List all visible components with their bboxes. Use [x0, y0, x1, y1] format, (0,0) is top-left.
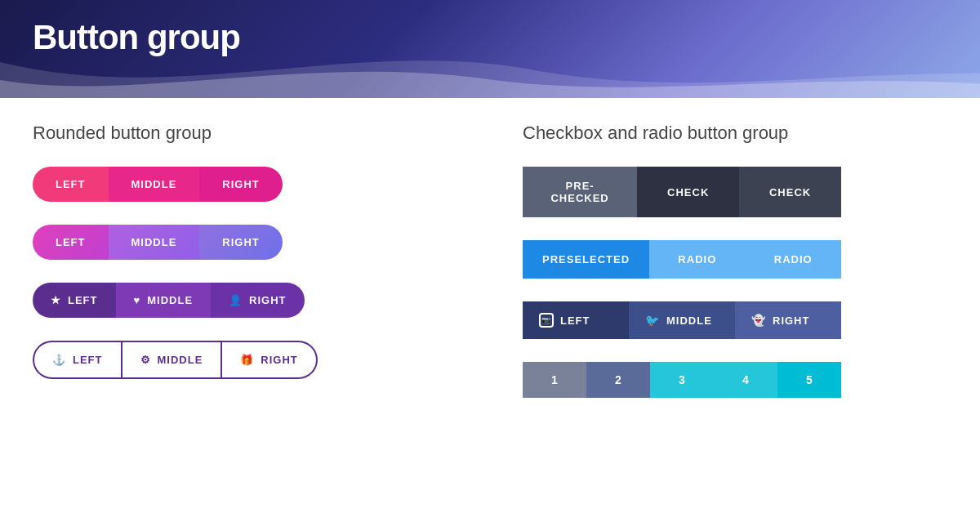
check1-button[interactable]: CHECK	[637, 167, 739, 217]
snapchat-icon: 👻	[751, 314, 766, 327]
outline-middle-label: MIDDLE	[158, 354, 203, 366]
number-btn-group: 1 2 3 4 5	[523, 362, 841, 398]
pre-checked-button[interactable]: PRE-CHECKED	[523, 167, 637, 217]
anchor-icon: ⚓	[52, 354, 66, 366]
user-icon: 👤	[229, 294, 243, 306]
social-left-label: LEFT	[560, 314, 590, 327]
header: Button group	[0, 0, 980, 98]
purple-middle-button[interactable]: MIDDLE	[109, 225, 200, 260]
pink-left-button[interactable]: LEFT	[33, 167, 109, 202]
social-middle-button[interactable]: 🐦 MIDDLE	[629, 301, 735, 339]
outline-middle-button[interactable]: ⚙ MIDDLE	[122, 341, 222, 379]
social-btn-group: 📷 LEFT 🐦 MIDDLE 👻 RIGHT	[523, 301, 841, 339]
icon-left-label: LEFT	[68, 294, 98, 306]
left-panel: Rounded button group LEFT MIDDLE RIGHT L…	[0, 106, 490, 513]
btn-group-pink: LEFT MIDDLE RIGHT	[33, 167, 457, 202]
radio1-button[interactable]: RADIO	[649, 240, 745, 279]
radio2-button[interactable]: RADIO	[746, 240, 841, 279]
num4-button[interactable]: 4	[714, 362, 777, 398]
checkbox-btn-group: PRE-CHECKED CHECK CHECK	[523, 167, 841, 217]
star-icon: ★	[51, 294, 61, 306]
left-section-title: Rounded button group	[33, 123, 457, 144]
gift-icon: 🎁	[240, 354, 254, 366]
btn-group-outlined: ⚓ LEFT ⚙ MIDDLE 🎁 RIGHT	[33, 341, 457, 379]
purple-left-button[interactable]: LEFT	[33, 225, 109, 260]
icon-middle-label: MIDDLE	[147, 294, 193, 306]
instagram-icon: 📷	[539, 313, 554, 328]
preselected-button[interactable]: PRESELECTED	[523, 240, 649, 279]
right-section-title: Checkbox and radio button group	[523, 123, 947, 144]
icon-left-button[interactable]: ★ LEFT	[33, 283, 116, 318]
gear-icon: ⚙	[140, 354, 151, 366]
social-right-button[interactable]: 👻 RIGHT	[735, 301, 841, 339]
pink-middle-button[interactable]: MIDDLE	[109, 167, 200, 202]
num5-button[interactable]: 5	[777, 362, 841, 398]
main-content: Rounded button group LEFT MIDDLE RIGHT L…	[0, 106, 980, 513]
radio-btn-group: PRESELECTED RADIO RADIO	[523, 240, 841, 279]
icon-middle-button[interactable]: ♥ MIDDLE	[116, 283, 212, 318]
outline-left-label: LEFT	[73, 354, 103, 366]
outline-right-label: RIGHT	[261, 354, 297, 366]
btn-group-dark-purple: ★ LEFT ♥ MIDDLE 👤 RIGHT	[33, 283, 457, 318]
right-panel: Checkbox and radio button group PRE-CHEC…	[490, 106, 980, 513]
icon-right-button[interactable]: 👤 RIGHT	[211, 283, 304, 318]
icon-right-label: RIGHT	[249, 294, 286, 306]
check2-button[interactable]: CHECK	[739, 167, 841, 217]
purple-right-button[interactable]: RIGHT	[199, 225, 282, 260]
social-left-button[interactable]: 📷 LEFT	[523, 301, 629, 339]
pink-right-button[interactable]: RIGHT	[199, 167, 282, 202]
social-middle-label: MIDDLE	[666, 314, 712, 327]
outline-left-button[interactable]: ⚓ LEFT	[33, 341, 122, 379]
num2-button[interactable]: 2	[586, 362, 650, 398]
page-title: Button group	[33, 18, 240, 57]
num1-button[interactable]: 1	[523, 362, 586, 398]
heart-icon: ♥	[134, 294, 141, 306]
twitter-icon: 🐦	[645, 314, 660, 327]
num3-button[interactable]: 3	[650, 362, 714, 398]
outline-right-button[interactable]: 🎁 RIGHT	[221, 341, 317, 379]
social-right-label: RIGHT	[773, 314, 809, 327]
btn-group-purple: LEFT MIDDLE RIGHT	[33, 225, 457, 260]
